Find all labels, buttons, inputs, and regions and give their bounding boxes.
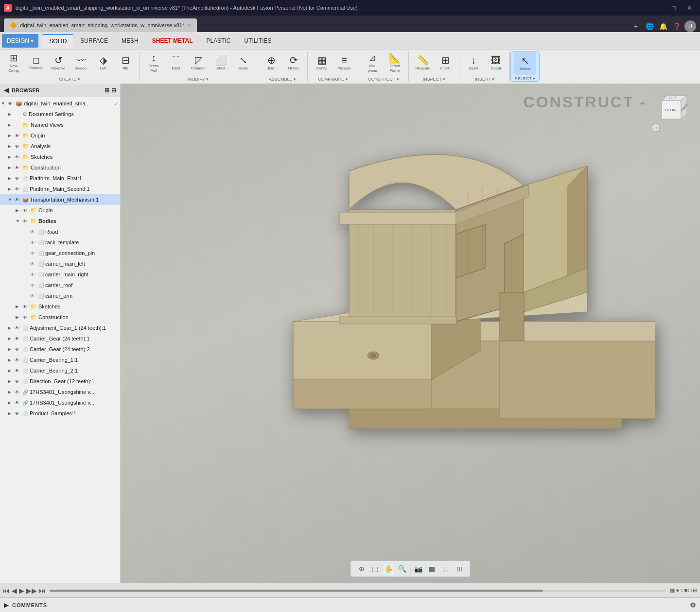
status-icon-3[interactable]: ○ <box>680 587 683 594</box>
vis-eye[interactable]: 👁 <box>15 187 22 192</box>
user-avatar[interactable]: U <box>684 20 696 32</box>
vis-eye[interactable]: 👁 <box>15 165 22 170</box>
vis-eye[interactable]: 👁 <box>30 283 38 288</box>
notification-bell[interactable]: 🔔 <box>657 20 669 32</box>
tree-item-dir-gear[interactable]: ▶ 👁 ⬜ Direction_Gear (12 teeth):1 <box>0 376 120 387</box>
vis-eye[interactable]: 👁 <box>22 208 30 213</box>
vp-camera-button[interactable]: 📷 <box>413 563 424 575</box>
vis-eye[interactable]: 👁 <box>15 390 22 395</box>
create-rib-button[interactable]: ⊟Rib <box>115 51 136 75</box>
insert-button[interactable]: ↓Insert <box>463 51 484 75</box>
timeline-skip-start[interactable]: ⏮ <box>3 587 10 595</box>
construct-midplane-button[interactable]: ⊿Midplane <box>362 51 383 75</box>
tab-sheet-metal[interactable]: SHEET METAL <box>145 34 200 48</box>
tree-item-t-origin[interactable]: ▶ 👁 📁 Origin <box>0 205 120 216</box>
tree-item-carrier-left[interactable]: 👁 ⬜ carrier_main_left <box>0 258 120 269</box>
comments-settings-icon[interactable]: ⚙ <box>690 601 696 609</box>
assemble-joint-button[interactable]: ⊕Joint <box>261 51 282 75</box>
vis-eye[interactable]: 👁 <box>22 304 30 309</box>
tree-item-bodies[interactable]: ▼ 👁 📁 Bodies <box>0 216 120 226</box>
select-button[interactable]: ↖Select <box>514 52 536 75</box>
add-tab-button[interactable]: + <box>630 20 642 32</box>
vis-eye[interactable]: 👁 <box>15 325 22 331</box>
tree-item-product[interactable]: ▶ 👁 ⬜ Product_Samples:1 <box>0 408 120 419</box>
vis-eye[interactable]: 👁 <box>15 357 22 363</box>
tree-item-carrier-gear2[interactable]: ▶ 👁 ⬜ Carrier_Gear (24 teeth):2 <box>0 344 120 355</box>
tree-item-carrier-bearing2[interactable]: ▶ 👁 ⬜ Carrier_Bearing_2:1 <box>0 365 120 376</box>
tree-item-carrier-right[interactable]: 👁 ⬜ carrier_main_right <box>0 269 120 280</box>
inspect-interference-button[interactable]: ⊞Interf. <box>435 51 456 75</box>
tree-item-carrier-roof[interactable]: 👁 ⬜ carrier_roof <box>0 280 120 290</box>
viewport[interactable]: CONSTRUCT - <box>121 84 700 583</box>
vis-eye[interactable]: 👁 <box>15 144 22 149</box>
tree-item-carrier-arm[interactable]: 👁 ⬜ carrier_arm <box>0 290 120 301</box>
vis-eye[interactable]: 👁 <box>15 400 22 406</box>
inspect-measure-button[interactable]: 📏Measure <box>412 51 434 75</box>
vp-hand-button[interactable]: ✋ <box>383 563 395 575</box>
status-icon-6[interactable]: ⊞ <box>693 587 697 594</box>
vis-eye[interactable]: 👁 <box>22 219 30 224</box>
tab-surface[interactable]: SURFACE <box>73 34 115 48</box>
timeline-play[interactable]: ▶ <box>19 587 24 595</box>
create-revolve-button[interactable]: ↺Revolve <box>48 51 69 75</box>
tree-item-analysis[interactable]: ▶ 👁 📁 Analysis <box>0 141 120 152</box>
construct-offset-button[interactable]: 📐OffsetPlane <box>384 51 405 75</box>
tree-item-adj-gear[interactable]: ▶ 👁 ⬜ Adjustment_Gear_1 (24 teeth):1 <box>0 323 120 333</box>
vis-eye[interactable]: 👁 <box>30 293 38 299</box>
configure-parameters-button[interactable]: ≡Params <box>333 51 355 75</box>
tree-item-t-sketches[interactable]: ▶ 👁 📁 Sketches <box>0 301 120 312</box>
tree-item-rack[interactable]: 👁 ⬜ rack_template <box>0 237 120 248</box>
vis-eye[interactable]: 👁 <box>15 336 22 341</box>
modify-scale-button[interactable]: ⤡Scale <box>232 51 254 75</box>
timeline-next[interactable]: ▶▶ <box>26 587 37 595</box>
comments-expand-icon[interactable]: ▶ <box>4 602 8 609</box>
vis-eye[interactable]: 👁 <box>30 272 38 277</box>
vp-display-button[interactable]: ▥ <box>440 563 452 575</box>
vp-orbit-button[interactable]: ⊕ <box>356 563 368 575</box>
browser-settings-icon[interactable]: ⊟ <box>111 87 116 94</box>
status-icon-5[interactable]: □ <box>688 587 692 594</box>
tab-plastic[interactable]: PLASTIC <box>200 34 238 48</box>
vis-eye[interactable]: 👁 <box>30 251 38 256</box>
configure-button[interactable]: ▦Config <box>311 51 332 75</box>
tree-item-construction[interactable]: ▶ 👁 📁 Construction <box>0 162 120 173</box>
status-icon-1[interactable]: ▦ <box>670 587 675 594</box>
vis-eye[interactable]: 👁 <box>22 315 30 320</box>
active-tab[interactable]: 🔶 digital_twin_enabled_smart_shipping_wo… <box>4 18 197 32</box>
vp-grid-button[interactable]: ▦ <box>426 563 438 575</box>
vis-eye[interactable]: 👁 <box>30 240 38 245</box>
vis-eye[interactable]: 👁 <box>15 154 22 160</box>
tree-item-motor1[interactable]: ▶ 👁 🔗 17HS3401_Usongshine v... <box>0 387 120 397</box>
status-icon-2[interactable]: ● <box>676 587 679 594</box>
assemble-motion-button[interactable]: ⟳Motion <box>283 51 304 75</box>
viewcube[interactable]: TOP FRONT RIGHT ⌂ <box>650 91 693 134</box>
vis-eye[interactable]: 👁 <box>30 261 38 267</box>
tree-item-carrier-bearing1[interactable]: ▶ 👁 ⬜ Carrier_Bearing_1:1 <box>0 355 120 365</box>
design-mode-dropdown[interactable]: DESIGN ▾ <box>2 34 38 48</box>
timeline-prev[interactable]: ◀ <box>12 587 17 595</box>
tree-item-transport[interactable]: ▼ 👁 📦 Transportation_Mechanism:1 <box>0 194 120 205</box>
tree-item-doc-settings[interactable]: ▶ ⚙ Document Settings <box>0 109 120 119</box>
vis-eye[interactable]: 👁 <box>15 379 22 384</box>
status-icon-4[interactable]: ■ <box>684 587 688 594</box>
3d-model[interactable] <box>218 108 655 496</box>
vis-eye[interactable]: 👁 <box>15 347 22 352</box>
tab-solid[interactable]: SOLID <box>42 34 73 48</box>
vis-eye[interactable]: 👁 <box>15 197 22 203</box>
vp-zoom-button[interactable]: 🔍 <box>397 563 408 575</box>
visibility-eye[interactable]: 👁 <box>8 101 16 106</box>
tree-item-origin[interactable]: ▶ 👁 📁 Origin <box>0 130 120 141</box>
tab-utilities[interactable]: UTILITIES <box>238 34 279 48</box>
tree-item-t-construction[interactable]: ▶ 👁 📁 Construction <box>0 312 120 323</box>
create-extrude-button[interactable]: ◻Extrude <box>25 51 47 75</box>
modify-shell-button[interactable]: ⬜Shell <box>210 51 231 75</box>
tab-mesh[interactable]: MESH <box>115 34 145 48</box>
modify-press-pull-button[interactable]: ↕PressPull <box>143 51 164 75</box>
modify-chamfer-button[interactable]: ◸Chamfer <box>188 51 209 75</box>
tree-item-platform1[interactable]: ▶ 👁 ⬜ Platform_Main_First:1 <box>0 173 120 184</box>
close-button[interactable]: ✕ <box>682 2 696 13</box>
tree-item-motor2[interactable]: ▶ 👁 🔗 17HS3401_Usongshine v... <box>0 397 120 408</box>
modify-fillet-button[interactable]: ⌒Fillet <box>165 51 187 75</box>
tree-item-sketches[interactable]: ▶ 👁 📁 Sketches <box>0 152 120 162</box>
vis-eye[interactable]: 👁 <box>15 133 22 138</box>
